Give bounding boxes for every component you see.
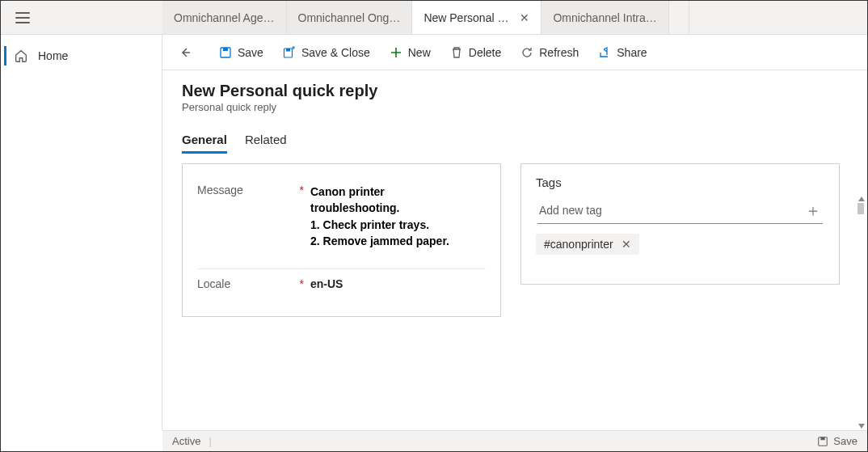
share-icon xyxy=(598,46,611,59)
new-label: New xyxy=(408,46,431,59)
tags-panel: Tags ＋ #canonprinter ✕ xyxy=(520,163,840,285)
save-close-button[interactable]: Save & Close xyxy=(275,41,378,64)
save-icon xyxy=(817,436,828,447)
tab-label: Omnichannel Intra… xyxy=(553,11,656,24)
tags-title: Tags xyxy=(536,175,824,189)
scrollbar[interactable] xyxy=(857,106,866,430)
tab-omnichannel-ongoing[interactable]: Omnichannel Ong… xyxy=(287,1,413,34)
tab-new-personal-quick-reply[interactable]: New Personal quick reply ✕ xyxy=(412,1,541,34)
command-bar: Save Save & Close New Delete Refresh Sha… xyxy=(162,35,867,70)
form-tabs: General Related xyxy=(182,129,848,154)
new-tab-button[interactable] xyxy=(669,1,689,34)
refresh-button[interactable]: Refresh xyxy=(512,41,587,64)
divider: | xyxy=(209,435,211,447)
svg-rect-5 xyxy=(821,437,825,440)
tag-chip[interactable]: #canonprinter ✕ xyxy=(536,234,639,255)
tab-general[interactable]: General xyxy=(182,129,227,154)
share-label: Share xyxy=(617,46,647,59)
tab-strip: Omnichannel Age… Omnichannel Ong… New Pe… xyxy=(162,1,867,34)
delete-button[interactable]: Delete xyxy=(442,41,509,64)
required-indicator: * xyxy=(300,184,304,196)
refresh-icon xyxy=(520,46,533,59)
status-text: Active xyxy=(172,435,200,447)
back-arrow-icon xyxy=(179,46,192,59)
home-icon xyxy=(14,49,28,63)
save-icon xyxy=(219,46,232,59)
tab-label: Omnichannel Ong… xyxy=(298,11,401,24)
tab-related[interactable]: Related xyxy=(245,129,287,154)
general-panel: Message * Locale * en-US xyxy=(182,163,501,317)
add-tag-input[interactable] xyxy=(539,204,805,217)
hamburger-icon[interactable] xyxy=(15,12,30,23)
tag-text: #canonprinter xyxy=(544,238,613,251)
message-textarea[interactable] xyxy=(310,184,486,258)
tab-omnichannel-intraday[interactable]: Omnichannel Intra… xyxy=(541,1,668,34)
locale-value[interactable]: en-US xyxy=(310,277,343,290)
save-label: Save xyxy=(238,46,263,59)
refresh-label: Refresh xyxy=(539,46,579,59)
delete-label: Delete xyxy=(469,46,501,59)
share-button[interactable]: Share xyxy=(590,41,655,64)
message-label: Message xyxy=(197,184,243,196)
page-subtitle: Personal quick reply xyxy=(182,101,848,113)
locale-label: Locale xyxy=(197,277,230,290)
sidebar-item-home[interactable]: Home xyxy=(1,41,162,70)
footer-save-button[interactable]: Save xyxy=(817,435,857,447)
sidebar: Home xyxy=(1,35,162,430)
tab-label: New Personal quick reply xyxy=(423,11,512,24)
trash-icon xyxy=(450,46,463,59)
save-close-label: Save & Close xyxy=(301,46,370,59)
page-title: New Personal quick reply xyxy=(182,82,848,100)
remove-tag-icon[interactable]: ✕ xyxy=(622,238,631,251)
tab-omnichannel-agent[interactable]: Omnichannel Age… xyxy=(162,1,287,34)
plus-icon xyxy=(390,46,402,59)
footer-save-label: Save xyxy=(833,435,857,447)
svg-rect-3 xyxy=(286,49,290,52)
back-button[interactable] xyxy=(171,41,200,64)
svg-rect-1 xyxy=(223,48,228,51)
required-indicator: * xyxy=(300,277,304,290)
close-icon[interactable]: ✕ xyxy=(520,12,529,23)
plus-icon[interactable]: ＋ xyxy=(805,202,821,218)
save-button[interactable]: Save xyxy=(211,41,272,64)
save-close-icon xyxy=(283,46,296,59)
sidebar-item-label: Home xyxy=(38,49,68,62)
status-bar: Active | Save xyxy=(162,430,867,451)
tab-label: Omnichannel Age… xyxy=(174,11,275,24)
new-button[interactable]: New xyxy=(381,41,439,64)
